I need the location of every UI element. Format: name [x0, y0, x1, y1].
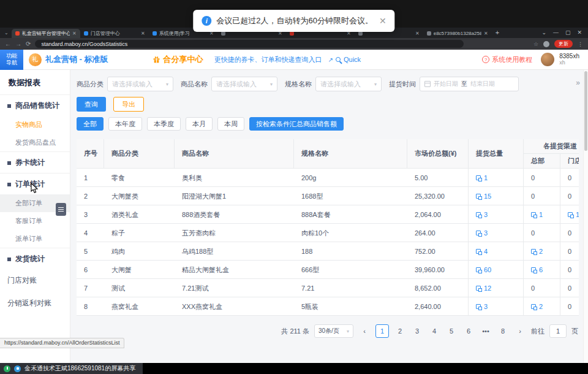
scrollbar-thumb[interactable] — [584, 71, 587, 151]
goto-page-input[interactable]: 1 — [549, 324, 567, 338]
pickup-cell: 15 — [469, 187, 524, 205]
tutorial-link[interactable]: ? 系统使用教程 — [482, 55, 532, 64]
pickup-count-link[interactable]: 2 — [531, 303, 543, 310]
app-logo: 礼 — [29, 53, 42, 66]
cell-name: 7.21测试 — [175, 279, 294, 297]
pickup-date-range[interactable]: 开始日期至结束日期 — [420, 77, 519, 91]
pickup-count-link[interactable]: 6 — [531, 266, 543, 273]
quick-search-link[interactable]: Quick — [336, 56, 361, 63]
tab-close-icon[interactable]: ✕ — [141, 31, 145, 36]
browser-update-button[interactable]: 更新 — [554, 40, 573, 48]
sidebar-item[interactable]: 分销返利对账 — [0, 292, 70, 315]
search-icon — [336, 57, 341, 62]
sidebar-item[interactable]: 门店对账 — [0, 269, 70, 292]
pickup-count-link[interactable]: 3 — [476, 229, 488, 237]
sidebar-item[interactable]: 实物商品 — [0, 116, 70, 134]
page-number-button[interactable]: 4 — [428, 324, 440, 338]
quick-tab[interactable]: 本周 — [217, 117, 244, 131]
tab-close-icon[interactable]: ✕ — [484, 31, 488, 36]
quick-tab[interactable]: 本年度 — [108, 117, 142, 131]
pickup-count: 0 — [531, 229, 535, 237]
column-header: 商品分类 — [104, 139, 175, 168]
pickup-count-link[interactable]: 1 — [531, 211, 543, 218]
sidebar-item[interactable]: 派单订单 — [0, 230, 70, 248]
page-number-button[interactable]: 5 — [445, 324, 458, 338]
page-number-button[interactable]: 2 — [394, 324, 406, 338]
cell-amount: 2,064.00 — [407, 205, 469, 224]
camera-icon[interactable] — [14, 365, 21, 372]
pickup-count: 60 — [484, 266, 491, 273]
window-control-icon[interactable]: — — [553, 29, 559, 36]
cell-name: 888酒类套餐 — [175, 205, 294, 224]
tab-close-icon[interactable]: ✕ — [415, 31, 420, 36]
page-number-button[interactable]: 3 — [411, 324, 423, 338]
user-avatar[interactable] — [541, 53, 554, 66]
toast-close-icon[interactable]: ✕ — [379, 16, 386, 26]
sidebar-item[interactable]: 商品销售统计 — [0, 95, 70, 116]
pickup-icon — [476, 286, 481, 291]
reload-icon[interactable]: ⟳ — [26, 40, 31, 47]
page-number-button[interactable]: 8 — [497, 324, 509, 338]
quick-tab[interactable]: 本月 — [186, 117, 213, 131]
pickup-count: 1 — [539, 211, 543, 218]
pickup-count-link[interactable]: 2 — [531, 248, 543, 255]
pickup-count-link[interactable]: 15 — [476, 193, 491, 200]
sidebar-item[interactable]: 发货商品盘点 — [0, 134, 70, 151]
sidebar-item[interactable]: 发货统计 — [0, 248, 70, 269]
browser-menu-icon[interactable]: ⋮ — [578, 41, 583, 47]
bookmark-star-icon[interactable]: ☆ — [533, 41, 538, 47]
pickup-count: 1 — [484, 174, 488, 181]
next-page-button[interactable]: › — [514, 324, 526, 338]
chevron-down-icon: ▾ — [270, 82, 273, 87]
pickup-cell: 0 — [524, 169, 560, 187]
window-control-icon[interactable]: ⌄ — [541, 29, 546, 36]
pickup-count-link[interactable]: 3 — [476, 211, 488, 218]
browser-tab[interactable]: 礼盒营销平台管理中心✕ — [12, 29, 80, 38]
filter-select[interactable]: 请选择或输入▾ — [107, 77, 173, 91]
share-center-link[interactable]: 合分享中心 — [153, 54, 203, 65]
quick-tab[interactable]: 本季度 — [147, 117, 181, 131]
page-size-select[interactable]: 30条/页▾ — [314, 324, 353, 338]
pickup-icon — [476, 194, 481, 199]
pickup-count-link[interactable]: 12 — [476, 284, 491, 292]
pickup-count: 12 — [484, 284, 491, 292]
quick-tab[interactable]: 全部 — [77, 117, 104, 131]
sidebar-item[interactable]: 券卡统计 — [0, 151, 70, 173]
export-button[interactable]: 导出 — [113, 97, 144, 112]
browser-profile-icon[interactable] — [543, 41, 549, 47]
chevron-down-icon: ▾ — [166, 82, 168, 87]
window-control-icon[interactable]: ✕ — [577, 29, 582, 36]
search-button[interactable]: 查询 — [77, 97, 106, 112]
browser-tab[interactable]: e8c573980b1328a258fd2e6l✕ — [423, 29, 492, 38]
prev-page-button[interactable]: ‹ — [358, 324, 371, 338]
pickup-count-link[interactable]: 1 — [476, 174, 488, 181]
filters-collapse-icon[interactable]: » — [576, 78, 579, 87]
page-number-button[interactable]: ••• — [480, 324, 492, 338]
summary-button[interactable]: 按检索条件汇总商品销售额 — [249, 117, 344, 131]
pickup-count: 0 — [568, 248, 571, 255]
tab-close-icon[interactable]: ✕ — [72, 31, 77, 36]
tab-search-icon[interactable]: ⌄ — [0, 30, 12, 38]
browser-tab[interactable]: 门店管理中心✕ — [80, 29, 149, 38]
pickup-count-link[interactable]: 3 — [476, 303, 488, 310]
pickup-count-link[interactable]: 4 — [476, 248, 488, 255]
url-field[interactable]: standard.maboy.cn/GoodsStatistics — [35, 40, 464, 48]
function-nav-toggle[interactable]: 功能 导航 — [0, 50, 23, 70]
user-info[interactable]: 8385xh xh — [559, 53, 579, 66]
back-icon[interactable]: ← — [5, 40, 11, 47]
filter-select[interactable]: 请选择或输入▾ — [211, 77, 277, 91]
filter-select[interactable]: 请选择或输入▾ — [315, 77, 382, 91]
page-number-button[interactable]: 6 — [462, 324, 475, 338]
pagination-total: 共 211 条 — [281, 327, 309, 336]
forward-icon[interactable]: → — [15, 40, 21, 47]
sidebar-drawer-toggle[interactable] — [56, 203, 66, 216]
pickup-count-link[interactable]: 60 — [476, 266, 491, 273]
page-number-button[interactable]: 1 — [375, 324, 389, 338]
page-scrollbar[interactable] — [583, 70, 588, 363]
window-control-icon[interactable]: ▢ — [565, 29, 571, 36]
new-tab-button[interactable]: + — [492, 29, 504, 38]
microphone-icon[interactable] — [4, 365, 10, 372]
pickup-cell: 0 — [560, 279, 579, 297]
group-header-label: 各提货渠道 — [524, 139, 579, 154]
pickup-count-link[interactable]: 1 — [568, 211, 579, 218]
